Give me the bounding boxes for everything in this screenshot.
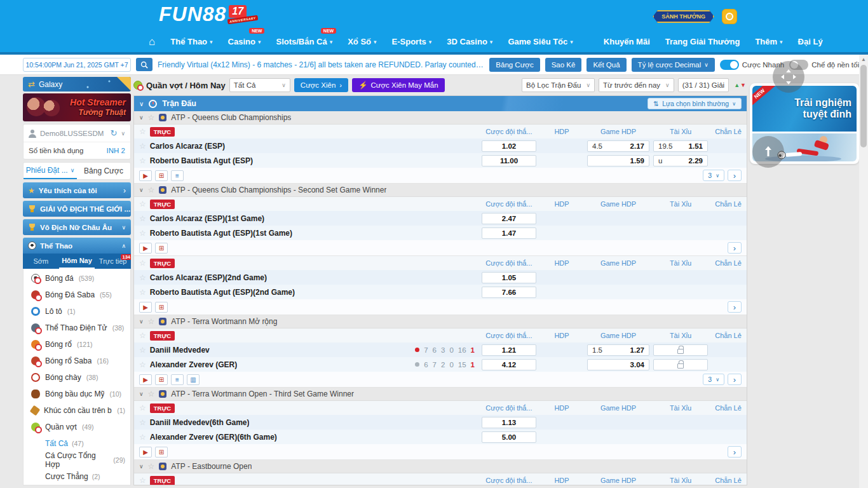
odds-format-select[interactable]: Tỷ lệ cược Decimal∨ <box>632 58 715 72</box>
nav-dai-ly[interactable]: Đại Lý <box>798 37 823 46</box>
next-arrow-button[interactable]: › <box>728 446 742 458</box>
nav-the-thao[interactable]: Thể Thao▾ <box>170 37 212 46</box>
tab-bet-board[interactable]: Bảng Cược <box>77 163 130 179</box>
star-icon[interactable]: ☆ <box>139 403 146 412</box>
star-icon[interactable]: ☆ <box>148 186 155 194</box>
more-markets-select[interactable]: 3∨ <box>703 170 724 181</box>
star-icon[interactable]: ☆ <box>139 127 146 136</box>
world-championship-button[interactable]: GIẢI VÔ ĐỊCH THẾ GIỚI ... ∨ <box>23 201 131 217</box>
lotto-grid-icon[interactable]: ⊞ <box>155 170 168 181</box>
time-filter-select[interactable]: Từ trước đến nay∨ <box>599 78 674 92</box>
star-icon[interactable]: ☆ <box>148 462 155 471</box>
nav-esports[interactable]: E-Sports▾ <box>392 37 432 46</box>
sports-section-header[interactable]: Thể Thao ∧ <box>23 238 131 254</box>
view-mode-select[interactable]: ⇅ Lựa chọn bình thường ∨ <box>648 98 742 109</box>
hot-streamer-banner[interactable]: Hot Streamer Tường Thuật <box>23 93 131 121</box>
odds-moneyline[interactable]: 1.21 <box>482 344 536 356</box>
tab-early[interactable]: Sớm <box>23 254 59 269</box>
league-header[interactable]: ∨ ☆ ATP - Terra Wortmann Mở rộng <box>134 315 747 329</box>
nav-3d-casino[interactable]: 3D Casino▾ <box>447 37 492 46</box>
star-icon[interactable]: ☆ <box>139 433 146 442</box>
odds-game-hdp[interactable]: 1.59 <box>587 155 649 166</box>
league-header[interactable]: ∨ ☆ ATP - Queens Club Championships - Se… <box>134 184 747 197</box>
sport-item-bong-chuyen[interactable]: Bóng chuyền(20) <box>24 485 130 485</box>
next-arrow-button[interactable]: › <box>728 170 742 181</box>
odds-game-hdp[interactable]: 3.04 <box>587 359 649 370</box>
nav-them[interactable]: Thêm▾ <box>755 37 782 46</box>
league-header[interactable]: ∨ ☆ ATP - Terra Wortmann Open - Third Se… <box>134 388 747 401</box>
star-icon[interactable]: ☆ <box>139 346 146 355</box>
nav-game-sieu-toc[interactable]: Game Siêu Tốc▾ <box>508 37 573 46</box>
sport-item-khuc-con-cau[interactable]: Khúc côn cầu trên băng(1) <box>24 402 130 419</box>
betslip-icon[interactable]: ≡ <box>171 170 184 181</box>
star-icon[interactable]: ☆ <box>139 418 146 427</box>
play-stream-icon[interactable]: ▶ <box>139 170 152 181</box>
league-count-box[interactable]: (31 / 31) Giải <box>678 78 729 92</box>
star-icon[interactable]: ☆ <box>139 259 146 268</box>
tab-betslip[interactable]: Phiếu Đặt ...∨ <box>24 163 77 179</box>
star-icon[interactable]: ☆ <box>148 390 155 398</box>
lotto-grid-icon[interactable]: ⊞ <box>155 243 168 254</box>
odds-moneyline[interactable]: 1.47 <box>482 227 536 239</box>
scrollbar-thumb[interactable] <box>860 65 867 147</box>
sport-item-esports[interactable]: Thể Thao Điện Tử(38) <box>24 320 130 336</box>
sport-item-lo-to[interactable]: Lô tô(1) <box>24 303 130 320</box>
refresh-icon[interactable]: ↻ <box>111 128 118 138</box>
lotto-grid-icon[interactable]: ⊞ <box>155 302 168 313</box>
nav-slots-ban-ca[interactable]: Slots/Bắn Cá▾ NEW <box>276 37 332 46</box>
drag-handle-up[interactable] <box>752 136 784 168</box>
balance-value[interactable]: INH 2 <box>107 147 125 154</box>
star-icon[interactable]: ☆ <box>139 156 146 165</box>
star-icon[interactable]: ☆ <box>139 360 146 369</box>
tab-today[interactable]: Hôm Nay <box>59 254 95 269</box>
play-stream-icon[interactable]: ▶ <box>139 243 152 254</box>
sport-item-bong-da-saba[interactable]: Bóng Đá Saba(55) <box>24 287 130 303</box>
stats-chart-icon[interactable]: ▥ <box>187 374 200 385</box>
bet-board-button[interactable]: Bảng Cược <box>489 58 539 72</box>
statement-button[interactable]: Sao Kê <box>545 58 582 72</box>
odds-moneyline[interactable]: 2.47 <box>482 213 536 224</box>
star-icon[interactable]: ☆ <box>139 273 146 282</box>
lucky-parlay-button[interactable]: ⚡ Cược Xiên May Mắn <box>352 78 444 92</box>
star-icon[interactable]: ☆ <box>139 288 146 297</box>
lotto-grid-icon[interactable]: ⊞ <box>155 447 168 458</box>
sport-item-bong-ro[interactable]: Bóng rổ(121) <box>24 336 130 353</box>
odds-game-hdp[interactable]: 1.51.27 <box>587 344 649 356</box>
odds-moneyline[interactable]: 11.00 <box>482 155 536 166</box>
sport-item-bong-da[interactable]: Bóng đá(539) <box>24 270 130 287</box>
star-icon[interactable]: ☆ <box>139 229 146 238</box>
star-icon[interactable]: ☆ <box>139 214 146 223</box>
tab-live[interactable]: Trực tiếp 134 <box>95 254 131 269</box>
odds-moneyline[interactable]: 1.05 <box>482 272 536 283</box>
experience-banner[interactable]: NEW Trải nghiệm tuyệt đỉnh <box>752 86 857 132</box>
drag-handle-expand[interactable] <box>773 61 804 93</box>
nav-casino[interactable]: Casino▾ NEW <box>228 37 261 46</box>
chevron-down-icon[interactable]: ∨ <box>139 100 144 107</box>
lotto-grid-icon[interactable]: ⊞ <box>155 374 168 385</box>
match-filter-select[interactable]: Bộ Lọc Trận Đấu∨ <box>522 78 595 92</box>
favorites-button[interactable]: ★ Yêu thích của tôi › <box>23 182 131 198</box>
tennis-sub-all[interactable]: Tất Cả(47) <box>24 435 130 452</box>
tennis-sub-straight[interactable]: Cược Thẳng(2) <box>24 468 130 485</box>
nav-trang-giai-thuong[interactable]: Trang Giải Thưởng <box>665 37 740 46</box>
chevron-down-icon[interactable]: ∨ <box>121 130 125 137</box>
market-select[interactable]: Tất Cả∨ <box>229 78 290 92</box>
odds-moneyline[interactable]: 5.00 <box>482 431 536 443</box>
women-euro-button[interactable]: Vô Địch Nữ Châu Âu ∨ <box>23 219 131 235</box>
coin-icon[interactable] <box>722 9 737 24</box>
reward-hall-badge[interactable]: SẢNH THƯỞNG <box>653 10 714 23</box>
odds-game-hdp[interactable]: 4.52.17 <box>587 140 649 152</box>
league-header[interactable]: ∨ ☆ ATP - Queens Club Championships <box>134 111 747 125</box>
star-icon[interactable]: ☆ <box>148 113 155 122</box>
tennis-sub-mix-parlay[interactable]: Cá Cược Tổng Hợp(29) <box>24 452 130 468</box>
next-arrow-button[interactable]: › <box>728 374 742 385</box>
sport-item-bong-bau-duc[interactable]: Bóng bầu dục Mỹ(10) <box>24 386 130 402</box>
next-arrow-button[interactable]: › <box>728 242 742 254</box>
nav-khuyen-mai[interactable]: Khuyến Mãi <box>604 37 650 46</box>
play-stream-icon[interactable]: ▶ <box>139 447 152 458</box>
betslip-icon[interactable]: ≡ <box>171 374 184 385</box>
galaxy-button[interactable]: ⇄ Galaxy NEW <box>23 77 131 92</box>
star-icon[interactable]: ☆ <box>139 331 146 340</box>
parlay-button[interactable]: Cược Xiên› <box>294 78 348 92</box>
search-button[interactable] <box>136 58 153 71</box>
